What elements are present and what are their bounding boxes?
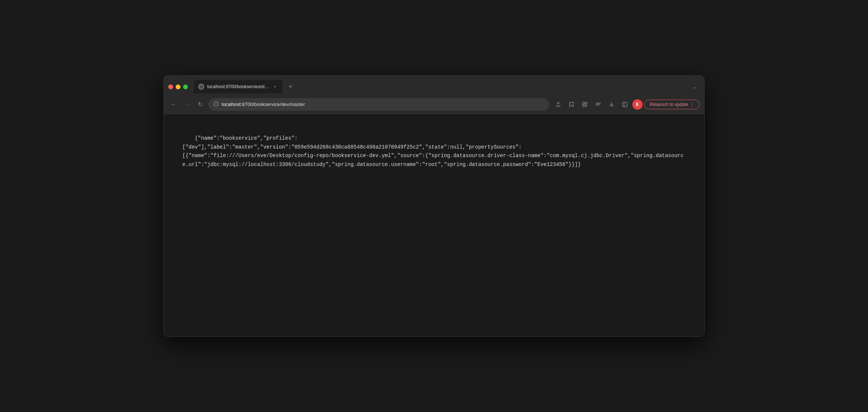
svg-rect-7: [583, 102, 584, 104]
maximize-button[interactable]: [183, 84, 188, 89]
svg-point-2: [201, 87, 201, 87]
profile-avatar[interactable]: E: [632, 99, 643, 110]
reader-mode-button[interactable]: [592, 99, 604, 110]
relaunch-button[interactable]: Relaunch to update ⋮: [644, 100, 700, 109]
back-button[interactable]: ←: [168, 99, 179, 110]
url-bar[interactable]: localhost:8700/bookservice/dev/master: [208, 98, 549, 111]
active-tab[interactable]: localhost:8700/bookservice/d… ×: [194, 80, 282, 93]
tab-title: localhost:8700/bookservice/d…: [207, 84, 269, 89]
tab-favicon-icon: [198, 84, 204, 90]
forward-button[interactable]: →: [182, 99, 192, 110]
relaunch-menu-icon: ⋮: [690, 102, 694, 107]
page-content: {"name":"bookservice","profiles": ["dev"…: [164, 114, 704, 336]
address-bar: ← → ↻ localhost:8700/bookservice/dev/mas…: [164, 95, 704, 114]
extensions-button[interactable]: [579, 99, 591, 110]
svg-rect-8: [585, 102, 587, 104]
refresh-button[interactable]: ↻: [195, 99, 205, 110]
tab-dropdown-button[interactable]: ⌄: [689, 82, 700, 92]
minimize-button[interactable]: [176, 84, 180, 89]
bookmark-button[interactable]: [566, 99, 577, 110]
close-button[interactable]: [168, 84, 173, 89]
svg-point-5: [216, 102, 216, 103]
svg-marker-6: [570, 102, 573, 107]
share-button[interactable]: [552, 99, 564, 110]
download-button[interactable]: [606, 99, 617, 110]
relaunch-label: Relaunch to update: [650, 102, 688, 107]
browser-window: localhost:8700/bookservice/d… × + ⌄ ← → …: [163, 75, 705, 337]
info-icon: [213, 101, 219, 107]
new-tab-button[interactable]: +: [285, 82, 296, 92]
sidebar-toggle-button[interactable]: [619, 99, 631, 110]
tab-bar: localhost:8700/bookservice/d… × + ⌄: [164, 76, 704, 95]
svg-rect-10: [623, 102, 627, 107]
url-text: localhost:8700/bookservice/dev/master: [222, 102, 544, 107]
window-controls: [168, 84, 188, 89]
url-rest-part: :8700/bookservice/dev/master: [241, 102, 305, 107]
json-output: {"name":"bookservice","profiles": ["dev"…: [182, 135, 684, 167]
tab-close-button[interactable]: ×: [272, 84, 278, 90]
toolbar-icons: E Relaunch to update ⋮: [552, 99, 700, 110]
url-bold-part: localhost: [222, 102, 241, 107]
svg-rect-9: [583, 105, 584, 107]
